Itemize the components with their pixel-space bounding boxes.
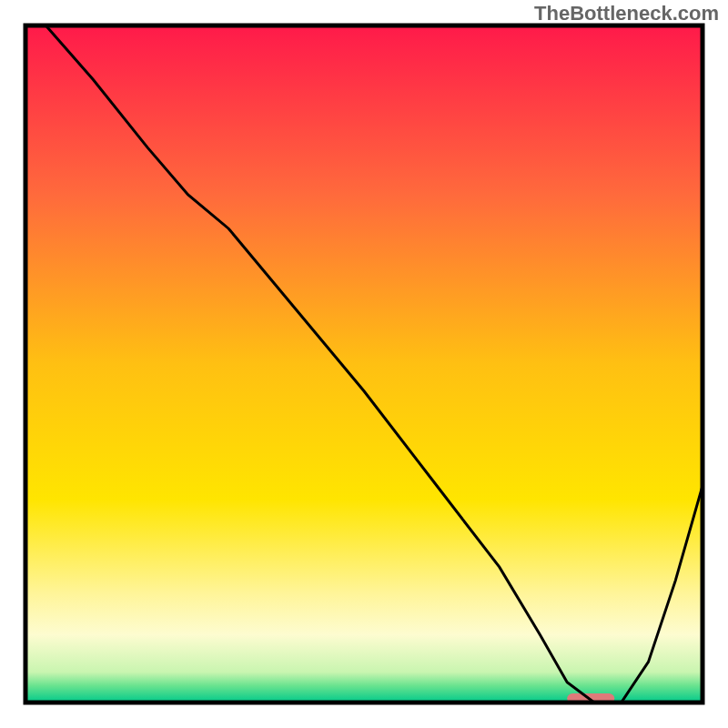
watermark-text: TheBottleneck.com bbox=[534, 2, 719, 25]
bottleneck-chart bbox=[0, 0, 728, 728]
gradient-background bbox=[25, 25, 703, 703]
chart-container: TheBottleneck.com bbox=[0, 0, 728, 728]
